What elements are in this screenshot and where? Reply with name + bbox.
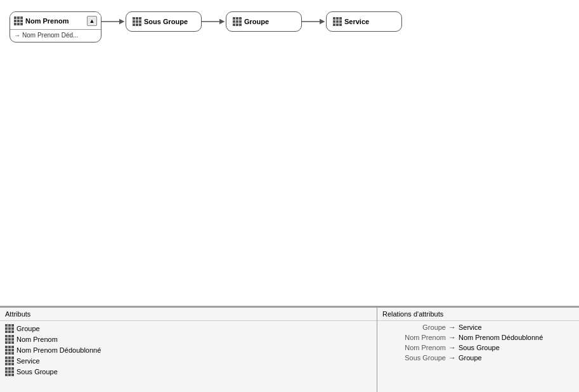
relation-row-1: Nom Prenom → Nom Prenom Dédoublonné xyxy=(382,332,574,343)
relations-panel: Relations d'attributs Groupe → Service N… xyxy=(377,308,579,392)
relation-from-3: Sous Groupe xyxy=(382,354,446,362)
node-nom-prenom[interactable]: Nom Prenom ▲ → Nom Prenom Déd... xyxy=(10,11,101,42)
flow-diagram: Nom Prenom ▲ → Nom Prenom Déd... xyxy=(10,11,402,42)
relations-panel-header: Relations d'attributs xyxy=(377,308,579,321)
grid-icon-3 xyxy=(233,17,242,26)
attr-item-2: Nom Prenom Dédoublonné xyxy=(5,345,372,355)
node-sous-groupe[interactable]: Sous Groupe xyxy=(126,11,202,32)
relations-panel-body: Groupe → Service Nom Prenom → Nom Prenom… xyxy=(377,321,579,364)
row-arrow-icon: → xyxy=(14,32,20,39)
relation-to-0: Service xyxy=(459,323,482,331)
node-title-sous-groupe: Sous Groupe xyxy=(144,18,188,25)
relation-arrow-icon-2: → xyxy=(448,343,456,352)
connector-2 xyxy=(202,11,226,26)
relation-arrow-icon-1: → xyxy=(448,333,456,342)
attr-label-3: Service xyxy=(16,357,40,365)
attr-grid-icon-0 xyxy=(5,324,14,333)
attr-item-4: Sous Groupe xyxy=(5,367,372,377)
attr-label-4: Sous Groupe xyxy=(16,368,58,376)
flow-canvas: Nom Prenom ▲ → Nom Prenom Déd... xyxy=(0,0,579,306)
relation-to-3: Groupe xyxy=(459,354,482,362)
node-title-groupe: Groupe xyxy=(244,18,269,25)
node-title-nom-prenom: Nom Prenom xyxy=(25,17,68,25)
attr-label-1: Nom Prenom xyxy=(16,336,58,343)
attr-label-0: Groupe xyxy=(16,325,40,332)
collapse-button[interactable]: ▲ xyxy=(87,16,97,26)
arrow-svg xyxy=(101,17,126,26)
relation-to-1: Nom Prenom Dédoublonné xyxy=(459,334,543,341)
attr-grid-icon-3 xyxy=(5,356,14,365)
relation-arrow-icon-3: → xyxy=(448,353,456,362)
attributes-panel-body: Groupe Nom Prenom Nom Prenom Dédoublonné xyxy=(0,321,377,379)
node-row-0: → Nom Prenom Déd... xyxy=(14,31,97,39)
relation-from-0: Groupe xyxy=(382,323,446,331)
relation-to-2: Sous Groupe xyxy=(459,344,500,351)
relation-arrow-icon-0: → xyxy=(448,323,456,332)
connector-3 xyxy=(302,11,326,26)
row-label: Nom Prenom Déd... xyxy=(22,32,78,39)
node-service[interactable]: Service xyxy=(326,11,402,32)
node-groupe[interactable]: Groupe xyxy=(226,11,302,32)
grid-icon-2 xyxy=(133,17,141,26)
grid-icon-4 xyxy=(333,17,342,26)
attr-item-1: Nom Prenom xyxy=(5,334,372,344)
grid-icon xyxy=(14,16,23,25)
node-title-service: Service xyxy=(344,18,369,25)
relation-row-0: Groupe → Service xyxy=(382,322,574,332)
attributes-panel: Attributs Groupe Nom Prenom xyxy=(0,308,377,392)
attr-grid-icon-1 xyxy=(5,335,14,344)
relation-row-3: Sous Groupe → Groupe xyxy=(382,353,574,363)
attr-item-0: Groupe xyxy=(5,323,372,334)
connector-1 xyxy=(101,11,126,26)
relation-row-2: Nom Prenom → Sous Groupe xyxy=(382,343,574,353)
attr-item-3: Service xyxy=(5,356,372,366)
arrow-svg-3 xyxy=(302,17,326,26)
bottom-panels: Attributs Groupe Nom Prenom xyxy=(0,306,579,392)
arrow-svg-2 xyxy=(202,17,226,26)
relation-from-1: Nom Prenom xyxy=(382,334,446,341)
relation-from-2: Nom Prenom xyxy=(382,344,446,351)
attributes-panel-header: Attributs xyxy=(0,308,377,321)
attr-grid-icon-4 xyxy=(5,367,14,376)
attr-grid-icon-2 xyxy=(5,346,14,355)
attr-label-2: Nom Prenom Dédoublonné xyxy=(16,346,101,354)
